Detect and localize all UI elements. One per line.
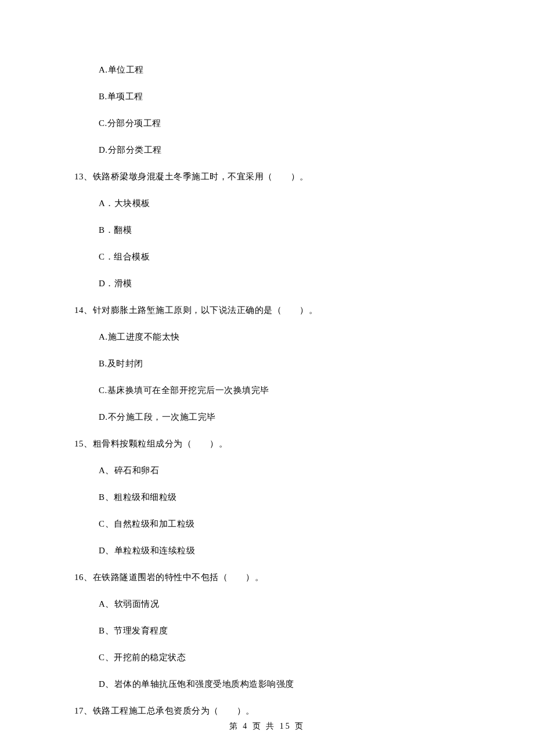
question-14-option-d: D.不分施工段，一次施工完毕 (74, 410, 460, 424)
question-17-stem: 17、铁路工程施工总承包资质分为（ ）。 (74, 704, 460, 718)
question-13-option-c: C．组合模板 (74, 250, 460, 264)
question-15-option-b: B、粗粒级和细粒级 (74, 490, 460, 504)
question-15-option-a: A、碎石和卵石 (74, 463, 460, 477)
question-15-stem: 15、粗骨料按颗粒组成分为（ ）。 (74, 437, 460, 451)
question-16-option-d: D、岩体的单轴抗压饱和强度受地质构造影响强度 (74, 677, 460, 691)
question-16-option-c: C、开挖前的稳定状态 (74, 650, 460, 664)
option-d: D.分部分类工程 (74, 143, 460, 157)
question-14-option-a: A.施工进度不能太快 (74, 330, 460, 344)
question-15-option-c: C、自然粒级和加工粒级 (74, 517, 460, 531)
option-a: A.单位工程 (74, 63, 460, 77)
question-16-option-a: A、软弱面情况 (74, 597, 460, 611)
question-14-stem: 14、针对膨胀土路堑施工原则，以下说法正确的是（ ）。 (74, 303, 460, 317)
question-16-option-b: B、节理发育程度 (74, 624, 460, 638)
question-16-stem: 16、在铁路隧道围岩的特性中不包括（ ）。 (74, 570, 460, 584)
option-c: C.分部分项工程 (74, 116, 460, 130)
page-footer: 第 4 页 共 15 页 (0, 721, 534, 732)
question-15-option-d: D、单粒粒级和连续粒级 (74, 543, 460, 557)
page-content: A.单位工程 B.单项工程 C.分部分项工程 D.分部分类工程 13、铁路桥梁墩… (0, 0, 534, 718)
question-14-option-c: C.基床换填可在全部开挖完后一次换填完毕 (74, 383, 460, 397)
question-14-option-b: B.及时封闭 (74, 357, 460, 370)
question-13-stem: 13、铁路桥梁墩身混凝土冬季施工时，不宜采用（ ）。 (74, 170, 460, 183)
question-13-option-b: B．翻模 (74, 223, 460, 237)
question-13-option-d: D．滑模 (74, 276, 460, 290)
question-13-option-a: A．大块模板 (74, 196, 460, 210)
option-b: B.单项工程 (74, 89, 460, 103)
